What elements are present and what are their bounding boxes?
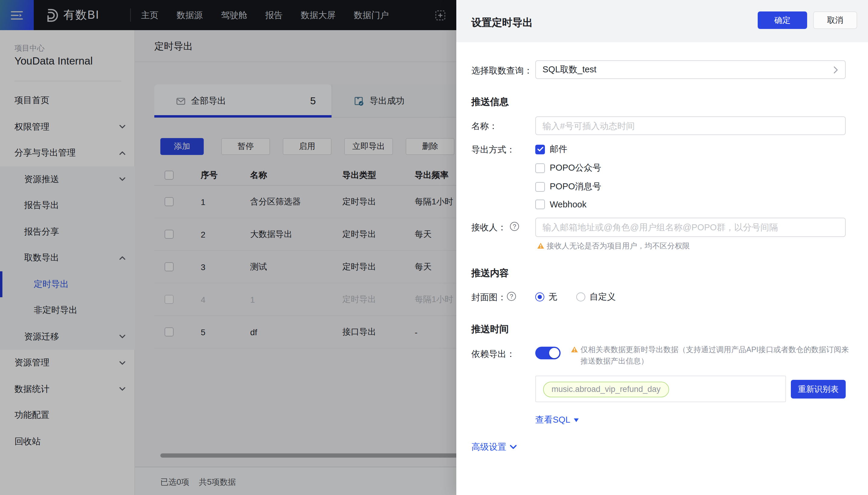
recipient-input[interactable]	[535, 218, 846, 237]
recipient-warning: 接收人无论是否为项目用户，均不区分权限	[537, 241, 827, 252]
cover-image-label: 封面图：	[471, 292, 506, 303]
checkbox-label: POPO公众号	[550, 162, 601, 174]
caret-down-icon	[574, 418, 579, 422]
query-select-field[interactable]: SQL取数_test	[535, 60, 846, 79]
push-time-heading: 推送时间	[471, 323, 509, 336]
method-option-popo-message[interactable]: POPO消息号	[535, 181, 601, 192]
warning-text: 仅相关表数据更新时导出数据（支持通过调用产品API接口或者数仓的数据订阅来推送数…	[580, 344, 852, 367]
checkbox-icon[interactable]	[535, 200, 545, 209]
method-option-email[interactable]: 邮件	[535, 143, 567, 155]
checkbox-label: POPO消息号	[550, 181, 601, 192]
table-tag[interactable]: music.abroad_vip_refund_day	[543, 382, 669, 397]
view-sql-link[interactable]: 查看SQL	[535, 414, 579, 426]
advanced-settings-link[interactable]: 高级设置	[471, 441, 517, 453]
warning-text: 接收人无论是否为项目用户，均不区分权限	[547, 241, 690, 252]
checkbox-label: Webhook	[550, 200, 587, 209]
dependent-export-label: 依赖导出：	[471, 348, 515, 360]
modal-overlay[interactable]	[0, 0, 456, 495]
query-select-label: 选择取数查询：	[471, 65, 533, 76]
checkbox-label: 邮件	[550, 143, 567, 155]
cover-option-none[interactable]: 无	[535, 291, 557, 303]
drawer-title: 设置定时导出	[471, 16, 533, 30]
app-root: 有数BI 主页 数据源 驾驶舱 报告 数据大屏 数据门户 项目中心 YouDat…	[0, 0, 868, 495]
dependent-export-warning: 仅相关表数据更新时导出数据（支持通过调用产品API接口或者数仓的数据订阅来推送数…	[571, 344, 852, 367]
confirm-button[interactable]: 确定	[758, 12, 807, 29]
name-input[interactable]	[535, 116, 846, 135]
push-content-heading: 推送内容	[471, 267, 509, 280]
warning-triangle-icon	[571, 346, 578, 353]
advanced-settings-label: 高级设置	[471, 441, 506, 453]
scheduled-export-drawer: 设置定时导出 确定 取消 选择取数查询： SQL取数_test 推送信息 名称：…	[456, 0, 868, 495]
chevron-right-icon	[834, 66, 838, 73]
view-sql-label: 查看SQL	[535, 414, 570, 426]
dependent-export-toggle[interactable]	[535, 347, 560, 359]
drawer-header: 设置定时导出 确定 取消	[456, 0, 868, 42]
radio-label: 自定义	[590, 291, 616, 303]
radio-icon[interactable]	[576, 292, 585, 302]
chevron-down-icon	[510, 445, 517, 449]
toggle-knob	[549, 348, 559, 358]
recipient-label: 接收人：	[471, 222, 506, 233]
cover-help-icon[interactable]: ?	[507, 292, 516, 301]
cancel-button[interactable]: 取消	[813, 12, 857, 29]
method-option-popo-official[interactable]: POPO公众号	[535, 162, 601, 174]
checkbox-icon[interactable]	[535, 182, 545, 191]
query-select-value: SQL取数_test	[542, 64, 834, 75]
radio-checked-icon[interactable]	[535, 292, 544, 302]
radio-label: 无	[549, 291, 557, 303]
name-label: 名称：	[471, 121, 498, 132]
recipient-help-icon[interactable]: ?	[510, 222, 519, 231]
dependent-tables-box: music.abroad_vip_refund_day	[535, 376, 786, 402]
checkbox-icon[interactable]	[535, 163, 545, 173]
push-info-heading: 推送信息	[471, 96, 509, 108]
method-option-webhook[interactable]: Webhook	[535, 200, 587, 209]
reidentify-tables-button[interactable]: 重新识别表	[791, 380, 846, 398]
checkbox-checked-icon[interactable]	[535, 144, 545, 154]
export-method-label: 导出方式：	[471, 144, 515, 156]
cover-option-custom[interactable]: 自定义	[576, 291, 616, 303]
warning-triangle-icon	[537, 242, 544, 249]
